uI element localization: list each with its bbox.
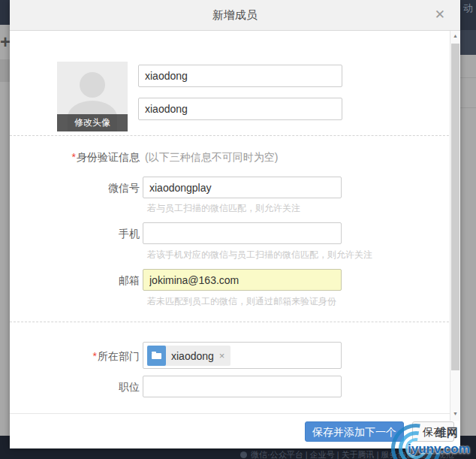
wechat-logo-icon xyxy=(240,451,247,458)
background-topbar-section xyxy=(460,30,476,55)
add-member-dialog: 新增成员 ✕ 修改头像 *身份验证信息 (以下三种信息不可同时为空) 微信号 若… xyxy=(10,0,460,448)
position-label: 职位 xyxy=(10,381,140,394)
department-field[interactable]: xiaodong × xyxy=(143,342,342,369)
email-field[interactable] xyxy=(143,269,342,291)
scroll-up-icon[interactable]: ▲ xyxy=(450,33,460,38)
dialog-header: 新增成员 ✕ xyxy=(10,0,460,31)
identity-label-text: 身份验证信息 xyxy=(77,151,140,163)
dialog-title: 新增成员 xyxy=(212,8,258,23)
screen: + 动 微信·公众平台 | 企业号 | 关于腾讯 | 服务协议 | 运营规范 新… xyxy=(0,0,476,459)
department-label-text: 所在部门 xyxy=(98,350,140,362)
save-and-add-next-button[interactable]: 保存并添加下一个 xyxy=(305,421,404,442)
department-tag: xiaodong × xyxy=(147,346,230,366)
background-row xyxy=(0,59,10,82)
wechat-id-hint: 若与员工扫描的微信匹配，则允许关注 xyxy=(147,202,300,215)
scrollbar-thumb[interactable] xyxy=(451,44,459,370)
email-label: 邮箱 xyxy=(10,274,140,288)
department-label: *所在部门 xyxy=(10,350,140,364)
dialog-footer: 保存并添加下一个 保存 xyxy=(10,413,460,448)
position-field[interactable] xyxy=(143,376,342,397)
identity-section-label: *身份验证信息 xyxy=(10,151,140,165)
close-icon[interactable]: ✕ xyxy=(435,7,445,23)
section-divider xyxy=(10,135,460,136)
scroll-down-icon[interactable]: ▼ xyxy=(450,411,460,416)
background-topbar xyxy=(0,0,10,25)
wechat-id-label: 微信号 xyxy=(10,182,140,195)
background-row-divider xyxy=(460,107,476,108)
change-avatar-button[interactable]: 修改头像 xyxy=(57,114,128,131)
background-row-divider xyxy=(460,77,476,78)
avatar-silhouette-head xyxy=(80,72,105,98)
folder-icon xyxy=(147,346,166,366)
section-divider xyxy=(10,322,460,322)
account-field[interactable] xyxy=(138,98,342,120)
footer-links-text: 微信·公众平台 | 企业号 | 关于腾讯 | 服务协议 | 运营规范 xyxy=(251,449,454,459)
required-mark: * xyxy=(93,350,97,362)
scrollbar[interactable]: ▲ ▼ xyxy=(450,31,460,421)
identity-section-note: (以下三种信息不可同时为空) xyxy=(145,151,278,165)
avatar: 修改头像 xyxy=(57,62,128,131)
email-hint: 若未匹配到员工的微信，则通过邮箱来验证身份 xyxy=(147,295,336,308)
mobile-label: 手机 xyxy=(10,228,140,241)
department-tag-label: xiaodong xyxy=(171,350,214,362)
save-button[interactable]: 保存 xyxy=(412,421,454,442)
mobile-field[interactable] xyxy=(143,222,342,244)
mobile-hint: 若该手机对应的微信与员工扫描的微信匹配，则允许关注 xyxy=(147,249,372,261)
name-field[interactable] xyxy=(138,65,342,87)
wechat-id-field[interactable] xyxy=(143,177,342,198)
remove-tag-icon[interactable]: × xyxy=(219,350,225,361)
background-nav-text: 动 xyxy=(463,2,473,15)
required-mark: * xyxy=(72,151,76,163)
background-footer-links: 微信·公众平台 | 企业号 | 关于腾讯 | 服务协议 | 运营规范 xyxy=(240,449,454,459)
